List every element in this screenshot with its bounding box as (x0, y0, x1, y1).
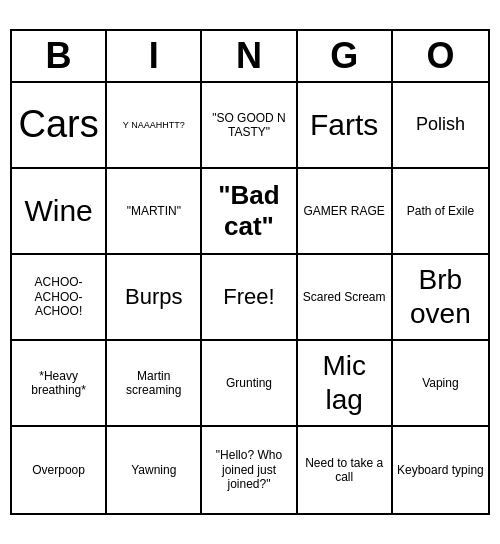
header-b: B (12, 31, 107, 81)
bingo-card: B I N G O CarsY NAAAHHTT?"SO GOOD N TAST… (10, 29, 490, 515)
cell-10[interactable]: ACHOO-ACHOO-ACHOO! (12, 255, 107, 341)
cell-23[interactable]: Need to take a call (298, 427, 393, 513)
cell-9[interactable]: Path of Exile (393, 169, 488, 255)
header-n: N (202, 31, 297, 81)
cell-20[interactable]: Overpoop (12, 427, 107, 513)
cell-7[interactable]: "Bad cat" (202, 169, 297, 255)
bingo-header: B I N G O (12, 31, 488, 83)
cell-13[interactable]: Scared Scream (298, 255, 393, 341)
cell-15[interactable]: *Heavy breathing* (12, 341, 107, 427)
cell-19[interactable]: Vaping (393, 341, 488, 427)
cell-6[interactable]: "MARTIN" (107, 169, 202, 255)
cell-1[interactable]: Y NAAAHHTT? (107, 83, 202, 169)
header-o: O (393, 31, 488, 81)
cell-24[interactable]: Keyboard typing (393, 427, 488, 513)
bingo-grid: CarsY NAAAHHTT?"SO GOOD N TASTY"FartsPol… (12, 83, 488, 513)
cell-5[interactable]: Wine (12, 169, 107, 255)
cell-16[interactable]: Martin screaming (107, 341, 202, 427)
cell-21[interactable]: Yawning (107, 427, 202, 513)
cell-2[interactable]: "SO GOOD N TASTY" (202, 83, 297, 169)
cell-12[interactable]: Free! (202, 255, 297, 341)
header-i: I (107, 31, 202, 81)
cell-8[interactable]: GAMER RAGE (298, 169, 393, 255)
cell-18[interactable]: Mic lag (298, 341, 393, 427)
cell-4[interactable]: Polish (393, 83, 488, 169)
header-g: G (298, 31, 393, 81)
cell-17[interactable]: Grunting (202, 341, 297, 427)
cell-0[interactable]: Cars (12, 83, 107, 169)
cell-22[interactable]: "Hello? Who joined just joined?" (202, 427, 297, 513)
cell-11[interactable]: Burps (107, 255, 202, 341)
cell-3[interactable]: Farts (298, 83, 393, 169)
cell-14[interactable]: Brb oven (393, 255, 488, 341)
